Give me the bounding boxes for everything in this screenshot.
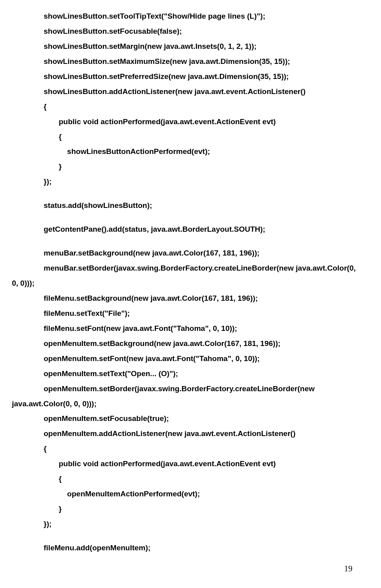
code-line: public void actionPerformed(java.awt.eve… [29, 116, 352, 127]
code-block: showLinesButton.setToolTipText("Show/Hid… [29, 10, 352, 553]
code-line: showLinesButtonActionPerformed(evt); [29, 146, 352, 157]
code-line: showLinesButton.addActionListener(new ja… [29, 86, 352, 97]
code-line: showLinesButton.setFocusable(false); [29, 25, 352, 37]
code-line: showLinesButton.setPreferredSize(new jav… [29, 71, 352, 82]
code-line: { [29, 473, 352, 484]
code-line: showLinesButton.setMargin(new java.awt.I… [29, 40, 352, 52]
code-line: } [29, 161, 352, 172]
code-line: fileMenu.add(openMenuItem); [29, 542, 352, 553]
code-line: openMenuItemActionPerformed(evt); [29, 488, 352, 500]
code-line: showLinesButton.setToolTipText("Show/Hid… [29, 10, 352, 22]
code-line: getContentPane().add(status, java.awt.Bo… [29, 223, 352, 235]
code-line: openMenuItem.setText("Open... (O)"); [29, 368, 352, 379]
code-line: openMenuItem.addActionListener(new java.… [29, 428, 352, 439]
code-line: 0, 0))); [12, 277, 352, 289]
code-line: openMenuItem.setFont(new java.awt.Font("… [29, 353, 352, 364]
code-line: fileMenu.setBackground(new java.awt.Colo… [29, 292, 352, 304]
code-line: openMenuItem.setBackground(new java.awt.… [29, 338, 352, 349]
code-line: { [29, 443, 352, 454]
code-line: menuBar.setBorder(javax.swing.BorderFact… [29, 262, 352, 274]
code-line: status.add(showLinesButton); [29, 200, 352, 211]
code-line: menuBar.setBackground(new java.awt.Color… [29, 247, 352, 259]
code-line: }); [29, 176, 352, 187]
code-line: }); [29, 518, 352, 530]
document-page: showLinesButton.setToolTipText("Show/Hid… [0, 0, 381, 588]
code-line: showLinesButton.setMaximumSize(new java.… [29, 56, 352, 67]
code-line: fileMenu.setFont(new java.awt.Font("Taho… [29, 323, 352, 334]
code-line: openMenuItem.setBorder(javax.swing.Borde… [29, 383, 352, 394]
code-line: openMenuItem.setFocusable(true); [29, 413, 352, 424]
code-line: public void actionPerformed(java.awt.eve… [29, 458, 352, 469]
code-line: fileMenu.setText("File"); [29, 307, 352, 319]
page-number: 19 [344, 564, 352, 574]
code-line: java.awt.Color(0, 0, 0))); [12, 398, 352, 409]
code-line: { [29, 101, 352, 112]
code-line: { [29, 131, 352, 142]
code-line: } [29, 503, 352, 515]
